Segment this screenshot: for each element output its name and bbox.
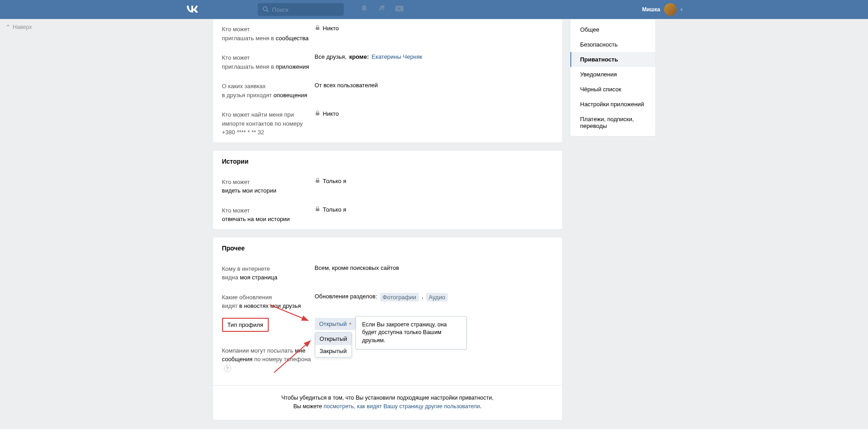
- profile-type-dropdown-list: Открытый Закрытый: [315, 332, 352, 358]
- section-title-stories: Истории: [213, 151, 562, 172]
- search-box[interactable]: [258, 3, 344, 16]
- search-input[interactable]: [269, 6, 348, 13]
- setting-page-visible: Кому в интернете видна моя страница Всем…: [213, 259, 562, 288]
- setting-value[interactable]: Обновления разделов: Фотографии, Аудио: [315, 293, 553, 311]
- svg-point-0: [263, 6, 267, 10]
- setting-friend-notifications: О каких заявках в друзья приходят оповещ…: [213, 76, 562, 105]
- profile-type-tooltip: Если Вы закроете страницу, она будет дос…: [356, 316, 467, 350]
- setting-value[interactable]: Только я: [315, 206, 553, 224]
- setting-invite-communities: Кто может приглашать меня в сообщества Н…: [213, 19, 562, 48]
- sidebar-item-privacy[interactable]: Приватность: [570, 52, 655, 67]
- settings-sidebar: Общее Безопасность Приватность Уведомлен…: [570, 19, 656, 137]
- setting-stories-view: Кто может видеть мои истории Только я: [213, 172, 562, 201]
- setting-news-updates: Какие обновления видят в новостях мои др…: [213, 288, 562, 316]
- setting-value[interactable]: Никто: [315, 110, 553, 137]
- setting-value[interactable]: Никто: [315, 25, 553, 42]
- tag-audio[interactable]: Аудио: [426, 293, 448, 302]
- music-icon[interactable]: [377, 5, 385, 14]
- section-title-other: Прочее: [213, 237, 562, 259]
- caret-down-icon: ▾: [349, 321, 351, 326]
- lock-icon: [315, 206, 320, 213]
- sidebar-item-app-settings[interactable]: Настройки приложений: [570, 97, 655, 112]
- dropdown-option-open[interactable]: Открытый: [315, 333, 351, 345]
- chevron-down-icon: ▾: [680, 7, 683, 13]
- settings-card-other: Прочее Кому в интернете видна моя страни…: [213, 237, 563, 420]
- profile-type-label-highlighted: Тип профиля: [222, 318, 269, 332]
- sidebar-item-payments[interactable]: Платежи, подписки, переводы: [570, 112, 655, 133]
- user-menu[interactable]: Мишка ▾: [642, 3, 683, 16]
- settings-card-privacy: Кто может приглашать меня в сообщества Н…: [213, 19, 563, 143]
- settings-card-stories: Истории Кто может видеть мои истории Тол…: [213, 150, 563, 230]
- avatar: [664, 3, 677, 16]
- header: Мишка ▾: [0, 0, 868, 19]
- search-icon: [262, 6, 269, 14]
- username: Мишка: [642, 6, 660, 13]
- lock-icon: [315, 25, 320, 32]
- back-to-top[interactable]: ⌃ Наверх: [5, 24, 32, 31]
- setting-value[interactable]: Все друзья, кроме: Екатерины Черняк: [315, 53, 553, 71]
- setting-contact-import: Кто может найти меня при импорте контакт…: [213, 105, 562, 142]
- svg-line-1: [266, 10, 268, 12]
- sidebar-item-general[interactable]: Общее: [570, 22, 655, 37]
- chevron-up-icon: ⌃: [5, 24, 11, 31]
- setting-value[interactable]: От всех пользователей: [315, 82, 553, 99]
- footer-text: Чтобы убедиться в том, что Вы установили…: [213, 385, 562, 420]
- setting-invite-apps: Кто может приглашать меня в приложения В…: [213, 48, 562, 76]
- setting-stories-reply: Кто может отвечать на мои истории Только…: [213, 201, 562, 229]
- lock-icon: [315, 178, 320, 184]
- help-icon[interactable]: ?: [224, 365, 231, 372]
- tag-photos[interactable]: Фотографии: [380, 293, 419, 302]
- setting-profile-type: Тип профиля Открытый ▾ Открытый Закрытый…: [213, 316, 562, 334]
- dropdown-option-closed[interactable]: Закрытый: [315, 345, 351, 357]
- lock-icon: [315, 110, 320, 117]
- sidebar-item-security[interactable]: Безопасность: [570, 37, 655, 52]
- sidebar-item-blacklist[interactable]: Чёрный список: [570, 82, 655, 97]
- setting-value[interactable]: Всем, кроме поисковых сайтов: [315, 264, 553, 282]
- sidebar-item-notifications[interactable]: Уведомления: [570, 67, 655, 82]
- profile-type-dropdown[interactable]: Открытый ▾: [315, 318, 356, 330]
- video-icon[interactable]: [394, 5, 404, 14]
- setting-value[interactable]: Только я: [315, 178, 553, 195]
- notifications-icon[interactable]: [360, 5, 368, 14]
- footer-link[interactable]: посмотреть, как видят Вашу страницу друг…: [324, 403, 480, 410]
- logo[interactable]: [185, 5, 199, 15]
- back-top-label: Наверх: [13, 24, 32, 30]
